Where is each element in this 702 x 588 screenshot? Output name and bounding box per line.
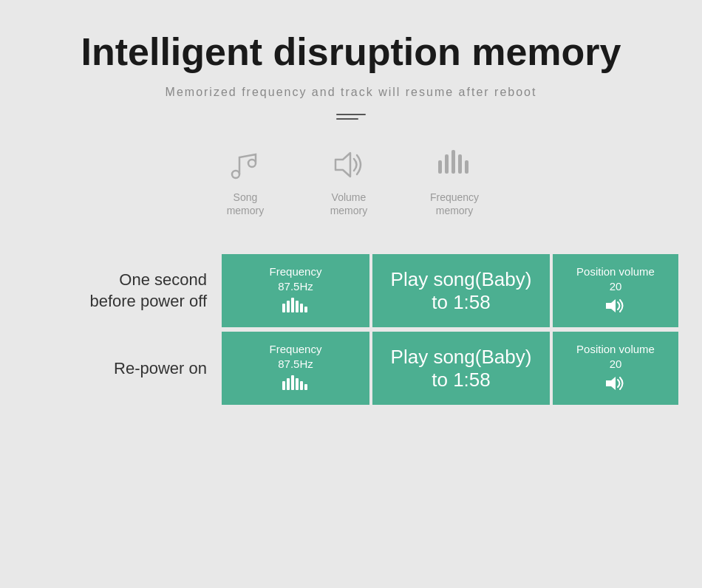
svg-marker-14 xyxy=(606,299,616,312)
frequency-memory-label: Frequencymemory xyxy=(430,191,479,217)
vol-label-2: Position volume20 xyxy=(576,342,655,371)
speaker-small-icon xyxy=(604,298,627,317)
svg-marker-2 xyxy=(335,153,350,177)
cell-freq-repower: Frequency87.5Hz xyxy=(222,332,369,405)
volume-memory-feature: Volumememory xyxy=(327,146,371,217)
svg-rect-11 xyxy=(296,301,299,312)
table-row-power-off: One secondbefore power off Frequency87.5… xyxy=(44,254,658,327)
svg-rect-7 xyxy=(465,160,468,174)
song-label: Play song(Baby)to 1:58 xyxy=(391,268,532,314)
svg-rect-10 xyxy=(291,298,294,312)
vol-label: Position volume20 xyxy=(576,264,655,293)
svg-point-0 xyxy=(232,171,239,178)
svg-rect-12 xyxy=(300,304,303,312)
song-memory-feature: Songmemory xyxy=(223,146,267,217)
row-label-repower: Re-power on xyxy=(44,358,222,380)
cell-freq-power-off: Frequency87.5Hz xyxy=(222,254,369,327)
divider-line-1 xyxy=(336,114,366,115)
cell-vol-repower: Position volume20 xyxy=(553,332,678,405)
decorative-divider xyxy=(336,114,366,120)
row-cells-power-off: Frequency87.5Hz Play song(Baby)to xyxy=(222,254,658,327)
svg-rect-4 xyxy=(445,154,449,174)
page-subtitle: Memorized frequency and track will resum… xyxy=(166,86,537,99)
freq-label-2: Frequency87.5Hz xyxy=(270,342,322,371)
svg-rect-3 xyxy=(438,160,442,174)
row-label-power-off: One secondbefore power off xyxy=(44,270,222,312)
svg-rect-20 xyxy=(304,384,307,390)
song-memory-label: Songmemory xyxy=(227,191,265,217)
svg-rect-13 xyxy=(304,307,307,312)
svg-rect-6 xyxy=(458,154,462,174)
music-note-icon xyxy=(223,146,267,183)
row-cells-repower: Frequency87.5Hz Play song(Baby)to xyxy=(222,332,658,405)
page-wrapper: Intelligent disruption memory Memorized … xyxy=(0,0,702,588)
freq-bars-small-icon-2 xyxy=(282,375,309,394)
svg-rect-18 xyxy=(296,378,299,390)
svg-rect-16 xyxy=(287,378,290,390)
song-label-2: Play song(Baby)to 1:58 xyxy=(391,346,532,392)
svg-rect-15 xyxy=(282,381,285,390)
svg-rect-9 xyxy=(287,301,290,312)
freq-bars-small-icon xyxy=(282,298,309,317)
frequency-bars-icon xyxy=(432,146,477,183)
features-icons-row: Songmemory Volumememory xyxy=(223,146,479,217)
cell-song-repower: Play song(Baby)to 1:58 xyxy=(372,332,550,405)
speaker-small-icon-2 xyxy=(604,375,627,394)
freq-label: Frequency87.5Hz xyxy=(270,264,322,293)
svg-point-1 xyxy=(248,160,256,167)
svg-rect-19 xyxy=(300,381,303,390)
cell-vol-power-off: Position volume20 xyxy=(553,254,678,327)
frequency-memory-feature: Frequencymemory xyxy=(430,146,479,217)
divider-line-2 xyxy=(336,118,358,120)
svg-rect-5 xyxy=(451,150,455,174)
svg-rect-8 xyxy=(282,304,285,312)
volume-memory-label: Volumememory xyxy=(330,191,368,217)
speaker-icon xyxy=(327,146,371,183)
cell-song-power-off: Play song(Baby)to 1:58 xyxy=(372,254,550,327)
comparison-table: One secondbefore power off Frequency87.5… xyxy=(44,254,658,405)
svg-rect-17 xyxy=(291,375,294,390)
svg-marker-21 xyxy=(606,377,616,390)
page-title: Intelligent disruption memory xyxy=(81,30,621,74)
table-row-repower: Re-power on Frequency87.5Hz xyxy=(44,332,658,405)
